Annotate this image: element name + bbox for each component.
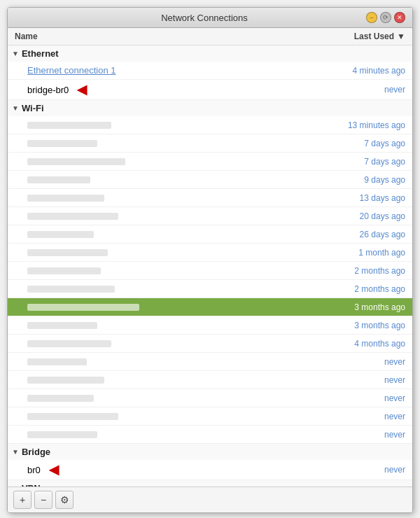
settings-button[interactable]: ⚙ (55, 491, 74, 509)
wifi-name-8 (27, 267, 328, 274)
add-button[interactable]: + (13, 491, 31, 509)
connection-name-br0: br0 ◀ (27, 462, 328, 477)
table-row[interactable]: never (8, 371, 412, 389)
wifi-name-5 (27, 213, 328, 220)
wifi-lastused-1: 7 days ago (328, 139, 405, 148)
wifi-lastused-16: never (328, 412, 405, 421)
last-used-column-header[interactable]: Last Used ▼ (354, 31, 405, 41)
close-button[interactable]: ✕ (394, 12, 405, 23)
collapse-arrow-ethernet: ▼ (12, 50, 19, 57)
wifi-name-9 (27, 286, 328, 293)
column-header: Name Last Used ▼ (8, 28, 412, 46)
blurred-name (27, 322, 97, 329)
section-header-ethernet[interactable]: ▼ Ethernet (8, 46, 412, 62)
table-row[interactable]: 2 months ago (8, 280, 412, 298)
wifi-name-0 (27, 122, 328, 129)
section-header-bridge[interactable]: ▼ Bridge (8, 444, 412, 460)
blurred-name (27, 358, 87, 365)
section-label-vpn: VPN (22, 483, 41, 486)
wifi-name-1 (27, 140, 328, 147)
restore-button[interactable]: ⟳ (380, 12, 391, 23)
table-row[interactable]: 2 months ago (8, 262, 412, 280)
wifi-lastused-8: 2 months ago (328, 266, 405, 276)
wifi-lastused-6: 26 days ago (328, 230, 405, 239)
table-row[interactable]: never (8, 389, 412, 407)
wifi-lastused-0: 13 minutes ago (328, 120, 405, 130)
table-row[interactable]: never (8, 426, 412, 444)
connection-name-ethernet1: Ethernet connection 1 (27, 65, 328, 76)
table-row[interactable]: 3 months ago (8, 316, 412, 335)
table-row[interactable]: 20 days ago (8, 207, 412, 225)
wifi-name-7 (27, 249, 328, 256)
wifi-lastused-12: 4 months ago (328, 339, 405, 349)
table-row[interactable]: never (8, 353, 412, 371)
table-row[interactable]: 13 days ago (8, 189, 412, 207)
wifi-name-3 (27, 176, 328, 183)
blurred-name (27, 140, 97, 147)
table-row[interactable]: 13 minutes ago (8, 116, 412, 134)
network-connections-window: Network Connections – ⟳ ✕ Name Last Used… (7, 7, 413, 513)
table-row[interactable]: never (8, 407, 412, 426)
wifi-lastused-15: never (328, 393, 405, 403)
last-used-ethernet1: 4 minutes ago (328, 66, 405, 76)
blurred-name (27, 286, 115, 293)
section-label-ethernet: Ethernet (22, 48, 59, 59)
wifi-name-17 (27, 431, 328, 438)
collapse-arrow-wifi: ▼ (12, 104, 19, 112)
wifi-name-6 (27, 231, 328, 238)
connections-list: ▼ Ethernet Ethernet connection 1 4 minut… (8, 46, 412, 486)
table-row[interactable]: 7 days ago (8, 153, 412, 171)
wifi-name-12 (27, 340, 328, 347)
name-column-header: Name (15, 31, 38, 41)
blurred-name (27, 122, 111, 129)
remove-button[interactable]: − (34, 491, 52, 509)
blurred-name (27, 395, 94, 402)
table-row[interactable]: 3 months ago (8, 298, 412, 316)
blurred-name (27, 304, 139, 311)
wifi-name-10 (27, 304, 328, 311)
table-row[interactable]: 9 days ago (8, 171, 412, 189)
section-header-vpn[interactable]: ▼ VPN (8, 480, 412, 486)
toolbar: + − ⚙ (8, 486, 412, 512)
last-used-bridgebr0: never (328, 85, 405, 94)
blurred-name (27, 267, 101, 274)
table-row[interactable]: 7 days ago (8, 134, 412, 153)
table-row[interactable]: 1 month ago (8, 244, 412, 262)
blurred-name (27, 195, 104, 202)
wifi-lastused-4: 13 days ago (328, 193, 405, 203)
wifi-lastused-9: 2 months ago (328, 284, 405, 294)
section-label-bridge: Bridge (22, 447, 50, 457)
minimize-button[interactable]: – (366, 12, 377, 23)
blurred-name (27, 340, 111, 347)
section-header-wifi[interactable]: ▼ Wi-Fi (8, 100, 412, 116)
wifi-name-2 (27, 158, 328, 165)
wifi-lastused-14: never (328, 375, 405, 385)
annotation-arrow-bridgebr0: ◀ (77, 82, 87, 97)
table-row[interactable]: Ethernet connection 1 4 minutes ago (8, 62, 412, 80)
blurred-name (27, 158, 125, 165)
ethernet-connection-1-label[interactable]: Ethernet connection 1 (27, 65, 115, 76)
blurred-name (27, 377, 104, 384)
collapse-arrow-bridge: ▼ (12, 448, 19, 456)
br0-label: br0 (27, 465, 41, 475)
wifi-name-4 (27, 195, 328, 202)
table-row[interactable]: bridge-br0 ◀ never (8, 80, 412, 100)
wifi-lastused-17: never (328, 430, 405, 440)
collapse-arrow-vpn: ▼ (12, 484, 19, 486)
last-used-br0: never (328, 465, 405, 475)
wifi-name-16 (27, 413, 328, 420)
blurred-name (27, 213, 118, 220)
table-row[interactable]: br0 ◀ never (8, 460, 412, 480)
bridge-br0-label: bridge-br0 (27, 85, 69, 95)
titlebar-buttons: – ⟳ ✕ (366, 12, 405, 23)
table-row[interactable]: 26 days ago (8, 225, 412, 244)
window-title: Network Connections (43, 13, 366, 23)
blurred-name (27, 431, 97, 438)
blurred-name (27, 176, 90, 183)
sort-arrow-icon: ▼ (397, 31, 405, 41)
wifi-lastused-7: 1 month ago (328, 248, 405, 258)
wifi-lastused-3: 9 days ago (328, 175, 405, 185)
table-row[interactable]: 4 months ago (8, 335, 412, 353)
connection-name-bridgebr0: bridge-br0 ◀ (27, 82, 328, 97)
section-label-wifi: Wi-Fi (22, 103, 44, 113)
